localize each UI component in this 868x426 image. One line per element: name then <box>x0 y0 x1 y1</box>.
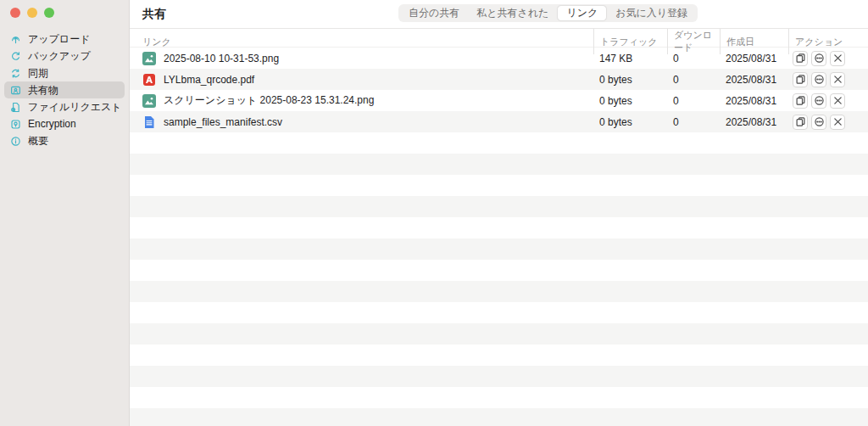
zoom-window-button[interactable] <box>44 8 54 18</box>
tab-links[interactable]: リンク <box>557 5 607 21</box>
created-date: 2025/08/31 <box>720 53 788 64</box>
empty-row <box>130 281 868 302</box>
empty-row <box>130 260 868 281</box>
created-date: 2025/08/31 <box>720 95 788 107</box>
delete-link-button[interactable] <box>830 115 845 130</box>
sidebar-item-sync[interactable]: 同期 <box>4 64 125 81</box>
close-icon <box>833 96 843 105</box>
sidebar-item-upload[interactable]: アップロード <box>4 31 125 48</box>
ellipsis-icon <box>815 117 824 126</box>
close-icon <box>833 75 843 84</box>
empty-row <box>130 302 868 323</box>
image-file-icon <box>142 94 156 108</box>
shared-folder-icon <box>9 84 21 96</box>
empty-row <box>130 217 868 238</box>
empty-row <box>130 238 868 260</box>
share-link-list: 2025-08-10 10-31-53.png 147 KB 0 2025/08… <box>130 48 868 426</box>
table-row[interactable]: スクリーンショット 2025-08-23 15.31.24.png 0 byte… <box>130 90 868 111</box>
sidebar-item-shares[interactable]: 共有物 <box>4 81 125 98</box>
column-header-created[interactable]: 作成日 <box>720 29 788 54</box>
tab-shared-with-me[interactable]: 私と共有された <box>468 6 557 20</box>
column-header-downloads[interactable]: ダウンロード <box>667 29 720 54</box>
file-name: sample_files_manifest.csv <box>164 116 282 128</box>
traffic-value: 147 KB <box>593 53 667 64</box>
copy-icon <box>796 117 805 126</box>
file-name: 2025-08-10 10-31-53.png <box>164 53 279 64</box>
sidebar-item-label: 概要 <box>28 134 48 149</box>
sync-icon <box>9 67 21 79</box>
more-options-button[interactable] <box>811 51 826 66</box>
tab-favorites[interactable]: お気に入り登録 <box>607 6 696 20</box>
traffic-value: 0 bytes <box>593 116 667 128</box>
main-content: 共有 自分の共有 私と共有された リンク お気に入り登録 リンク トラフィック … <box>130 0 868 426</box>
created-date: 2025/08/31 <box>720 116 788 128</box>
created-date: 2025/08/31 <box>720 74 788 86</box>
sidebar-item-label: ファイルリクエスト <box>28 100 122 115</box>
close-window-button[interactable] <box>10 8 20 18</box>
empty-row <box>130 345 868 366</box>
empty-row <box>130 196 868 217</box>
page-title: 共有 <box>142 0 166 28</box>
ellipsis-icon <box>815 53 824 63</box>
share-view-segmented-control: 自分の共有 私と共有された リンク お気に入り登録 <box>398 4 698 22</box>
more-options-button[interactable] <box>811 72 826 87</box>
empty-row <box>130 175 868 196</box>
upload-icon <box>9 33 21 45</box>
copy-icon <box>796 53 805 63</box>
window-controls <box>0 0 129 24</box>
copy-icon <box>796 75 805 84</box>
downloads-value: 0 <box>667 95 720 107</box>
traffic-value: 0 bytes <box>593 74 667 86</box>
sidebar-nav: アップロード バックアップ 同期 共有物 ファイルリクエスト <box>0 24 129 149</box>
delete-link-button[interactable] <box>830 51 845 66</box>
image-file-icon <box>142 52 156 65</box>
empty-row <box>130 387 868 408</box>
traffic-value: 0 bytes <box>593 95 667 107</box>
tab-my-shares[interactable]: 自分の共有 <box>400 6 468 20</box>
sidebar-item-label: アップロード <box>28 32 90 47</box>
copy-icon <box>796 96 805 105</box>
sidebar-item-label: バックアップ <box>28 49 91 64</box>
more-options-button[interactable] <box>811 93 826 109</box>
sidebar-item-label: 同期 <box>28 66 48 81</box>
table-header: リンク トラフィック ダウンロード 作成日 アクション <box>130 28 868 48</box>
copy-link-button[interactable] <box>793 51 808 66</box>
column-header-link[interactable]: リンク <box>130 29 593 54</box>
file-name: LYLbma_qrcode.pdf <box>164 74 254 86</box>
column-header-traffic[interactable]: トラフィック <box>593 29 667 54</box>
sidebar-item-backup[interactable]: バックアップ <box>4 48 125 64</box>
empty-row <box>130 154 868 175</box>
delete-link-button[interactable] <box>830 93 845 109</box>
encryption-lock-icon <box>9 118 21 130</box>
table-row[interactable]: sample_files_manifest.csv 0 bytes 0 2025… <box>130 111 868 132</box>
more-options-button[interactable] <box>811 115 826 130</box>
sidebar-item-label: Encryption <box>28 118 76 130</box>
sidebar-item-label: 共有物 <box>28 83 58 98</box>
file-request-icon <box>9 101 21 113</box>
file-name: スクリーンショット 2025-08-23 15.31.24.png <box>164 93 374 108</box>
pdf-file-icon <box>142 73 156 87</box>
sidebar-item-encryption[interactable]: Encryption <box>4 115 125 132</box>
empty-row <box>130 366 868 387</box>
close-icon <box>833 117 843 126</box>
empty-row <box>130 323 868 345</box>
empty-row <box>130 132 868 154</box>
csv-file-icon <box>142 115 156 129</box>
close-icon <box>833 53 843 63</box>
sidebar-item-overview[interactable]: 概要 <box>4 132 125 149</box>
copy-link-button[interactable] <box>793 93 808 109</box>
minimize-window-button[interactable] <box>27 8 37 18</box>
backup-icon <box>9 50 21 62</box>
title-bar: 共有 自分の共有 私と共有された リンク お気に入り登録 <box>130 0 868 28</box>
empty-row <box>130 408 868 426</box>
table-row[interactable]: LYLbma_qrcode.pdf 0 bytes 0 2025/08/31 <box>130 69 868 90</box>
downloads-value: 0 <box>667 53 720 64</box>
downloads-value: 0 <box>667 74 720 86</box>
sidebar-item-file-requests[interactable]: ファイルリクエスト <box>4 98 125 115</box>
info-icon <box>9 135 21 147</box>
delete-link-button[interactable] <box>830 72 845 87</box>
copy-link-button[interactable] <box>793 115 808 130</box>
copy-link-button[interactable] <box>793 72 808 87</box>
ellipsis-icon <box>815 96 824 105</box>
ellipsis-icon <box>815 75 824 84</box>
